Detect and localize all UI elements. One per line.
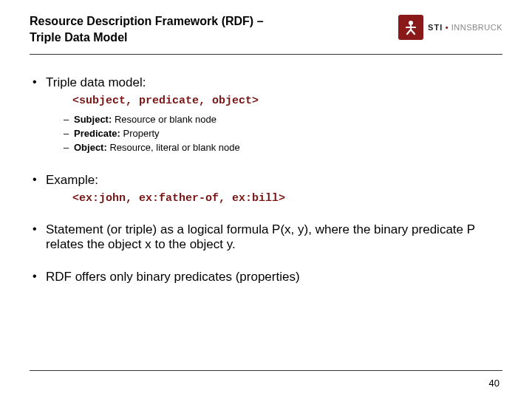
footer-divider	[30, 370, 502, 371]
sub-bullet-item: Predicate: Property	[64, 127, 499, 141]
bullet-list: Triple data model: <subject, predicate, …	[33, 75, 499, 284]
bullet-text: Triple data model:	[46, 75, 146, 89]
bullet-text: Example:	[46, 173, 98, 187]
bullet-item: Triple data model: <subject, predicate, …	[33, 75, 499, 155]
bullet-text: RDF offers only binary predicates (prope…	[46, 270, 300, 284]
code-line: <ex:john, ex:father-of, ex:bill>	[72, 192, 499, 205]
logo-sti: STI	[428, 23, 443, 32]
bullet-item: RDF offers only binary predicates (prope…	[33, 270, 499, 284]
sub-desc: Property	[120, 128, 160, 139]
sub-bullet-list: Subject: Resource or blank node Predicat…	[64, 113, 499, 155]
slide-header: Resource Description Framework (RDF) – T…	[0, 0, 532, 45]
slide-content: Triple data model: <subject, predicate, …	[0, 55, 532, 284]
sub-bullet-item: Object: Resource, literal or blank node	[64, 141, 499, 155]
title-line-2: Triple Data Model	[30, 31, 127, 44]
code-line: <subject, predicate, object>	[72, 95, 499, 107]
logo-text: STI • INNSBRUCK	[428, 23, 502, 32]
sub-desc: Resource, literal or blank node	[107, 142, 240, 153]
sub-label: Subject:	[74, 114, 112, 125]
bullet-item: Example: <ex:john, ex:father-of, ex:bill…	[33, 173, 499, 205]
sub-label: Object:	[74, 142, 107, 153]
bullet-item: Statement (or triple) as a logical formu…	[33, 222, 499, 252]
institution-logo: STI • INNSBRUCK	[398, 15, 502, 40]
sub-desc: Resource or blank node	[112, 114, 216, 125]
logo-dot: •	[443, 23, 451, 32]
logo-city: INNSBRUCK	[451, 23, 502, 32]
sub-label: Predicate:	[74, 128, 120, 139]
logo-icon	[398, 15, 423, 40]
title-line-1: Resource Description Framework (RDF) –	[30, 15, 264, 27]
sub-bullet-item: Subject: Resource or blank node	[64, 113, 499, 127]
bullet-text: Statement (or triple) as a logical formu…	[46, 222, 475, 251]
page-number: 40	[489, 378, 499, 389]
slide-title: Resource Description Framework (RDF) – T…	[30, 13, 264, 45]
